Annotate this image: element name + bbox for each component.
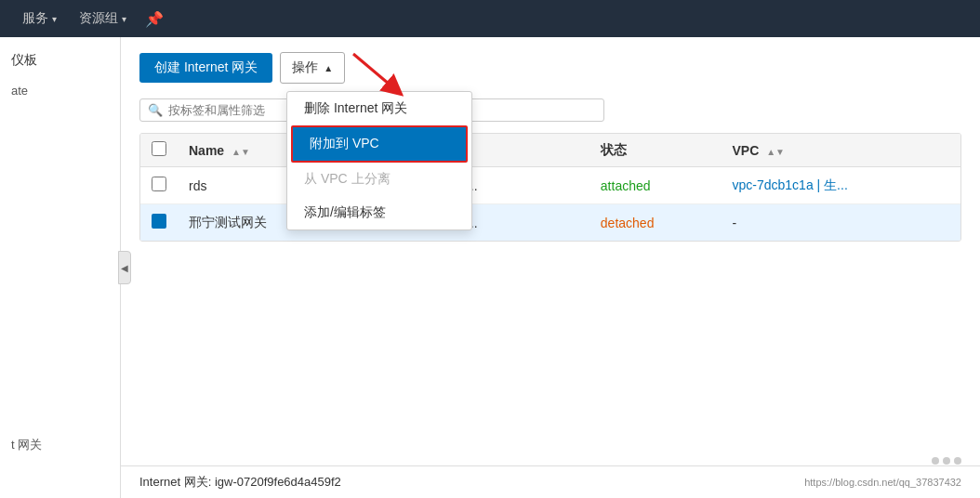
bottom-bar: Internet 网关: igw-0720f9fe6d4a459f2 https… (121, 465, 980, 498)
actions-chevron-icon: ▲ (324, 63, 333, 73)
igw-table: Name ▲▼ 状态 VPC ▲▼ (139, 133, 961, 242)
dropdown-attach-vpc-wrapper: 附加到 VPC (291, 125, 468, 163)
actions-label: 操作 (292, 59, 318, 76)
col-status: 状态 (589, 134, 722, 167)
search-icon: 🔍 (148, 103, 163, 117)
sidebar-dashboard-label: 仪板 (0, 37, 120, 76)
scroll-indicator (932, 457, 961, 465)
pin-icon[interactable]: 📌 (145, 10, 164, 28)
row2-status-badge: detached (601, 216, 655, 230)
nav-services-label: 服务 (22, 10, 48, 27)
nav-services[interactable]: 服务 ▾ (15, 7, 64, 31)
igw-table-element: Name ▲▼ 状态 VPC ▲▼ (140, 134, 960, 241)
table-row: 邢宁测试网关 igw-0720f9fe6d4a... detached - (140, 204, 960, 242)
sidebar-collapse-button[interactable]: ◀ (118, 251, 131, 284)
nav-resource-groups-chevron: ▾ (122, 14, 126, 24)
main-wrapper: 仪板 ate ◀ t 网关 创建 Internet 网关 操作 ▲ (0, 37, 980, 498)
name-sort-icon: ▲▼ (232, 147, 250, 157)
scroll-dot-1 (932, 457, 939, 465)
sidebar: 仪板 ate ◀ t 网关 (0, 37, 121, 498)
dropdown-add-tags[interactable]: 添加/编辑标签 (287, 196, 471, 229)
sidebar-state-label: ate (0, 76, 120, 105)
bottom-igw-info: Internet 网关: igw-0720f9fe6d4a459f2 (139, 474, 341, 491)
row2-status: detached (589, 204, 722, 242)
scroll-dot-3 (954, 457, 961, 465)
row1-checkbox-cell (140, 167, 178, 204)
col-vpc: VPC ▲▼ (722, 134, 960, 167)
select-all-checkbox[interactable] (152, 141, 166, 156)
nav-resource-groups-label: 资源组 (79, 10, 118, 27)
row1-vpc-link[interactable]: vpc-7dcb1c1a | 生... (733, 177, 848, 192)
actions-dropdown: 删除 Internet 网关 附加到 VPC 从 VPC 上分离 添加/编辑标签 (286, 91, 472, 230)
row1-checkbox[interactable] (152, 177, 166, 191)
vpc-sort-icon: ▲▼ (766, 147, 785, 157)
row1-vpc: vpc-7dcb1c1a | 生... (722, 167, 960, 204)
row1-status: attached (589, 167, 722, 204)
create-igw-button[interactable]: 创建 Internet 网关 (139, 53, 272, 83)
row1-status-badge: attached (601, 178, 651, 193)
scroll-dot-2 (943, 457, 950, 465)
row2-checkbox-checked[interactable] (152, 214, 166, 229)
svg-line-0 (353, 54, 395, 89)
dropdown-attach-vpc[interactable]: 附加到 VPC (293, 127, 466, 161)
dropdown-delete-igw[interactable]: 删除 Internet 网关 (287, 92, 471, 125)
row2-vpc: - (722, 204, 960, 242)
row2-checkbox-cell (140, 204, 178, 242)
content-panel: 创建 Internet 网关 操作 ▲ 删除 Internet 网关 (121, 37, 980, 498)
actions-button[interactable]: 操作 ▲ (280, 52, 345, 84)
toolbar: 创建 Internet 网关 操作 ▲ 删除 Internet 网关 (139, 52, 961, 84)
table-row: rds igw-01867a7h029... attached vpc-7dcb… (140, 167, 960, 204)
sidebar-bottom-label: t 网关 (0, 429, 53, 461)
table-header: Name ▲▼ 状态 VPC ▲▼ (140, 134, 960, 167)
nav-services-chevron: ▾ (52, 14, 57, 24)
bottom-url: https://blog.csdn.net/qq_37837432 (804, 477, 961, 488)
top-nav: 服务 ▾ 资源组 ▾ 📌 (0, 0, 980, 37)
nav-resource-groups[interactable]: 资源组 ▾ (72, 7, 134, 31)
dropdown-detach-vpc: 从 VPC 上分离 (287, 163, 471, 196)
table-body: rds igw-01867a7h029... attached vpc-7dcb… (140, 167, 960, 242)
col-checkbox (140, 134, 178, 167)
